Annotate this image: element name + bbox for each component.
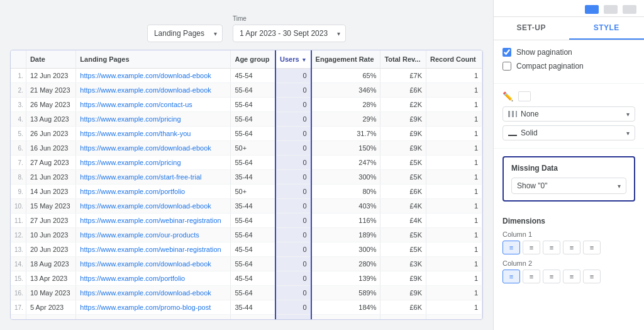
missing-data-title: Missing Data (511, 164, 626, 173)
col2-align-btn-4[interactable]: ≡ (563, 270, 580, 283)
panel-view-icon-1[interactable] (585, 5, 599, 14)
row-page[interactable]: https://www.example.com/download-ebook (76, 257, 231, 271)
row-date: 27 Jun 2023 (26, 213, 75, 228)
row-revenue: £5K (380, 228, 426, 242)
align-btn-5[interactable]: ≡ (583, 241, 601, 254)
date-range-dropdown[interactable]: 1 Apr 2023 - 30 Sept 2023 (233, 25, 346, 42)
col2-align-btn-1[interactable]: ≡ (502, 270, 520, 283)
right-panel: SET-UP STYLE Show pagination Compact pag… (493, 0, 644, 330)
table-row: 7. 27 Aug 2023 https://www.example.com/p… (11, 156, 482, 170)
col2-align-btn-2[interactable]: ≡ (523, 270, 540, 283)
border-solid-icon (508, 130, 517, 136)
missing-data-show-label: Show "0" (517, 181, 548, 190)
row-engagement: 280% (311, 257, 380, 271)
col-header-users[interactable]: Users ▾ (275, 50, 311, 69)
row-number: 13. (11, 242, 26, 257)
border-none-label: None (521, 110, 539, 118)
row-users: 0 (275, 156, 311, 170)
align-btn-4[interactable]: ≡ (563, 241, 580, 254)
table-row: 1. 12 Jun 2023 https://www.example.com/d… (11, 69, 482, 83)
row-engagement: 150% (311, 141, 380, 156)
row-age: 35-44 (231, 300, 275, 315)
row-page[interactable]: https://www.example.com/start-free-trial (76, 170, 231, 185)
table-row: 11. 27 Jun 2023 https://www.example.com/… (11, 213, 482, 228)
col-header-landing-pages: Landing Pages (76, 50, 231, 69)
row-page[interactable]: https://www.example.com/download-ebook (76, 199, 231, 213)
border-none-dropdown[interactable]: None (502, 106, 635, 122)
row-page[interactable]: https://www.example.com/download-ebook (76, 69, 231, 83)
row-engagement: 346% (311, 83, 380, 98)
row-page[interactable]: https://www.example.com/download-ebook (76, 315, 231, 321)
row-page[interactable]: https://www.example.com/portfolio (76, 271, 231, 286)
col-header-date: Date (26, 50, 75, 69)
tab-setup[interactable]: SET-UP (494, 17, 569, 40)
row-number: 3. (11, 98, 26, 112)
row-engagement: 139% (311, 271, 380, 286)
row-number: 9. (11, 185, 26, 199)
row-engagement: 31.7% (311, 127, 380, 141)
row-date: 13 Apr 2023 (26, 271, 75, 286)
show-pagination-row: Show pagination (502, 48, 635, 57)
row-date: 5 Apr 2023 (26, 300, 75, 315)
row-date: 26 May 2023 (26, 315, 75, 321)
row-count: 1 (426, 228, 482, 242)
row-number: 6. (11, 141, 26, 156)
row-count: 1 (426, 242, 482, 257)
col-header-engagement: Engagement Rate (311, 50, 380, 69)
align-btn-3[interactable]: ≡ (543, 241, 560, 254)
row-users: 0 (275, 300, 311, 315)
row-age: 45-54 (231, 271, 275, 286)
row-age: 45-54 (231, 69, 275, 83)
row-users: 0 (275, 141, 311, 156)
row-page[interactable]: https://www.example.com/webinar-registra… (76, 213, 231, 228)
compact-pagination-row: Compact pagination (502, 62, 635, 71)
row-page[interactable]: https://www.example.com/download-ebook (76, 83, 231, 98)
align-btn-2[interactable]: ≡ (523, 241, 540, 254)
row-page[interactable]: https://www.example.com/thank-you (76, 127, 231, 141)
row-page[interactable]: https://www.example.com/download-ebook (76, 286, 231, 300)
show-pagination-checkbox[interactable] (502, 48, 511, 57)
row-users: 0 (275, 257, 311, 271)
row-page[interactable]: https://www.example.com/promo-blog-post (76, 300, 231, 315)
row-users: 0 (275, 213, 311, 228)
border-solid-dropdown[interactable]: Solid (502, 125, 635, 140)
row-engagement: 403% (311, 199, 380, 213)
row-page[interactable]: https://www.example.com/our-products (76, 228, 231, 242)
row-revenue: £9K (380, 112, 426, 127)
row-age: 55-64 (231, 228, 275, 242)
row-page[interactable]: https://www.example.com/webinar-registra… (76, 242, 231, 257)
panel-view-icon-2[interactable] (604, 5, 618, 14)
main-area: Landing Pages Time 1 Apr 2023 - 30 Sept … (0, 0, 493, 330)
row-users: 0 (275, 170, 311, 185)
landing-pages-dropdown[interactable]: Landing Pages (147, 25, 223, 42)
row-date: 26 May 2023 (26, 98, 75, 112)
row-users: 0 (275, 127, 311, 141)
row-revenue: £6K (380, 83, 426, 98)
col2-align-btn-5[interactable]: ≡ (583, 270, 601, 283)
pagination-section: Show pagination Compact pagination (494, 40, 644, 84)
panel-view-icon-3[interactable] (623, 5, 636, 14)
pencil-icon: ✏️ (502, 91, 513, 101)
row-date: 12 Jun 2023 (26, 69, 75, 83)
row-page[interactable]: https://www.example.com/download-ebook (76, 141, 231, 156)
row-users: 0 (275, 286, 311, 300)
tab-style[interactable]: STYLE (569, 17, 645, 40)
row-number: 16. (11, 286, 26, 300)
row-page[interactable]: https://www.example.com/portfolio (76, 185, 231, 199)
row-page[interactable]: https://www.example.com/contact-us (76, 98, 231, 112)
row-date: 16 Jun 2023 (26, 141, 75, 156)
dimensions-section: Dimensions Column 1 ≡ ≡ ≡ ≡ ≡ Column 2 ≡… (494, 209, 644, 296)
missing-data-dropdown[interactable]: Show "0" (511, 178, 626, 194)
compact-pagination-checkbox[interactable] (502, 62, 511, 71)
row-page[interactable]: https://www.example.com/pricing (76, 156, 231, 170)
row-page[interactable]: https://www.example.com/pricing (76, 112, 231, 127)
align-btn-1[interactable]: ≡ (502, 241, 520, 254)
row-engagement: 80% (311, 185, 380, 199)
panel-top-icons (494, 0, 644, 17)
col2-align-btn-3[interactable]: ≡ (543, 270, 560, 283)
table-row: 3. 26 May 2023 https://www.example.com/c… (11, 98, 482, 112)
show-pagination-label: Show pagination (516, 48, 572, 57)
row-number: 5. (11, 127, 26, 141)
data-table: Date Landing Pages Age group Users ▾ Eng… (11, 50, 482, 320)
dimensions-title: Dimensions (502, 217, 635, 225)
